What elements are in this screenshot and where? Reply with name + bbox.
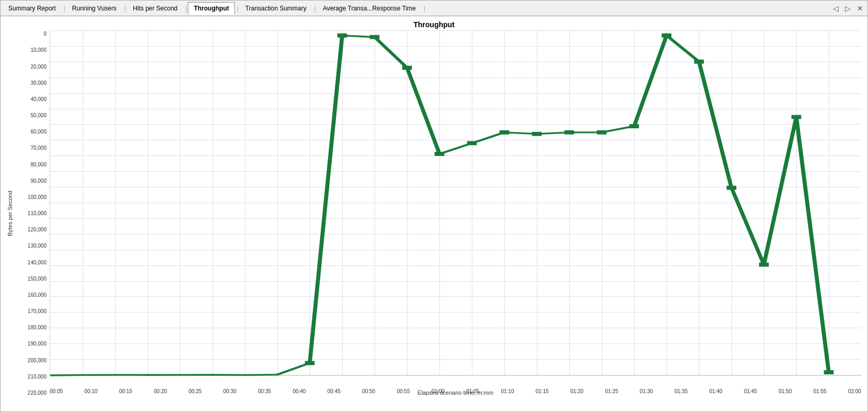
data-point <box>759 263 769 267</box>
x-tick: 01:20 <box>570 388 583 399</box>
x-tick: 00:25 <box>188 388 201 399</box>
y-tick: 50,000 <box>30 113 47 118</box>
y-tick: 0 <box>43 31 47 37</box>
x-tick: 00:15 <box>119 388 132 399</box>
x-tick: 00:55 <box>397 388 410 399</box>
tab-next-button[interactable]: ▷ <box>843 4 853 13</box>
x-tick: 01:35 <box>674 388 687 399</box>
x-tick: 01:55 <box>814 388 827 399</box>
y-tick: 220,000 <box>28 390 47 396</box>
separator-1: | <box>64 5 65 12</box>
chart-svg <box>50 31 861 375</box>
y-axis: 220,000210,000200,000190,000180,000170,0… <box>17 31 50 396</box>
y-tick: 140,000 <box>28 260 47 265</box>
data-point <box>370 35 380 39</box>
y-tick: 20,000 <box>30 64 47 70</box>
data-point <box>629 124 639 128</box>
y-tick: 150,000 <box>28 276 47 282</box>
tab-prev-button[interactable]: ◁ <box>831 4 841 13</box>
separator-2: | <box>125 5 126 12</box>
tab-bar: Summary Report | Running Vusers | Hits p… <box>1 1 867 16</box>
y-tick: 110,000 <box>28 210 47 216</box>
y-tick: 10,000 <box>30 47 47 53</box>
data-point <box>337 34 347 38</box>
x-axis: 00:0500:1000:1500:2000:2500:3000:3500:40… <box>50 388 861 399</box>
tab-avg-response-time[interactable]: Average Transa...Response Time <box>317 2 422 15</box>
main-container: Summary Report | Running Vusers | Hits p… <box>0 0 868 412</box>
y-tick: 60,000 <box>30 129 47 135</box>
separator-6: | <box>424 5 425 12</box>
chart-plot <box>50 31 861 376</box>
x-tick: 01:25 <box>605 388 618 399</box>
tab-hits-per-second[interactable]: Hits per Second <box>127 2 183 15</box>
x-tick: 01:30 <box>640 388 653 399</box>
x-tick: 00:05 <box>50 388 63 399</box>
y-tick: 170,000 <box>28 308 47 314</box>
y-tick: 160,000 <box>28 292 47 298</box>
y-tick: 100,000 <box>28 194 47 200</box>
y-axis-label: Bytes per Second <box>7 31 15 396</box>
y-tick: 70,000 <box>30 145 47 151</box>
x-tick: 01:15 <box>536 388 549 399</box>
data-point <box>824 370 834 374</box>
x-tick: 00:30 <box>223 388 236 399</box>
tab-transaction-summary[interactable]: Transaction Summary <box>240 2 312 15</box>
chart-inner: Bytes per Second 220,000210,000200,00019… <box>7 31 861 396</box>
y-tick: 30,000 <box>30 80 47 86</box>
y-tick: 120,000 <box>28 227 47 232</box>
separator-4: | <box>237 5 239 12</box>
separator-3: | <box>185 5 187 12</box>
x-tick: 00:10 <box>84 388 97 399</box>
data-point <box>565 130 574 135</box>
data-point <box>467 141 477 145</box>
x-tick: 00:20 <box>154 388 167 399</box>
separator-5: | <box>314 5 316 12</box>
x-tick: 01:50 <box>779 388 792 399</box>
tab-summary-report[interactable]: Summary Report <box>3 2 62 15</box>
y-tick: 200,000 <box>28 358 47 363</box>
y-tick: 40,000 <box>30 96 47 102</box>
data-point <box>792 115 802 119</box>
y-tick: 180,000 <box>28 325 47 330</box>
x-tick: 01:40 <box>709 388 723 399</box>
y-tick: 90,000 <box>30 178 47 184</box>
data-point <box>532 132 542 136</box>
x-tick: 00:50 <box>362 388 375 399</box>
y-tick: 210,000 <box>28 374 47 380</box>
tab-throughput[interactable]: Throughput <box>188 2 234 15</box>
chart-title: Throughput <box>7 20 861 29</box>
x-tick: 01:45 <box>744 388 757 399</box>
tab-nav-buttons: ◁ ▷ ✕ <box>831 4 865 13</box>
y-tick: 190,000 <box>28 341 47 347</box>
data-point <box>305 361 315 365</box>
data-point <box>694 60 704 64</box>
data-point <box>727 186 737 190</box>
data-point <box>435 152 445 156</box>
data-point <box>662 34 672 38</box>
x-tick: 00:45 <box>328 388 341 399</box>
tab-close-button[interactable]: ✕ <box>855 4 865 13</box>
x-tick: 01:05 <box>466 388 479 399</box>
x-tick: 01:00 <box>432 388 445 399</box>
chart-container: Throughput Bytes per Second 220,000210,0… <box>1 16 867 411</box>
chart-line <box>50 36 829 375</box>
data-point <box>402 66 412 70</box>
y-tick: 80,000 <box>30 162 47 168</box>
x-tick: 02:00 <box>848 388 861 399</box>
data-point <box>500 130 510 135</box>
x-tick: 00:40 <box>292 388 306 399</box>
data-point <box>597 130 607 135</box>
tab-running-vusers[interactable]: Running Vusers <box>66 2 122 15</box>
x-tick: 00:35 <box>258 388 271 399</box>
x-tick: 01:10 <box>501 388 514 399</box>
y-tick: 130,000 <box>28 243 47 249</box>
